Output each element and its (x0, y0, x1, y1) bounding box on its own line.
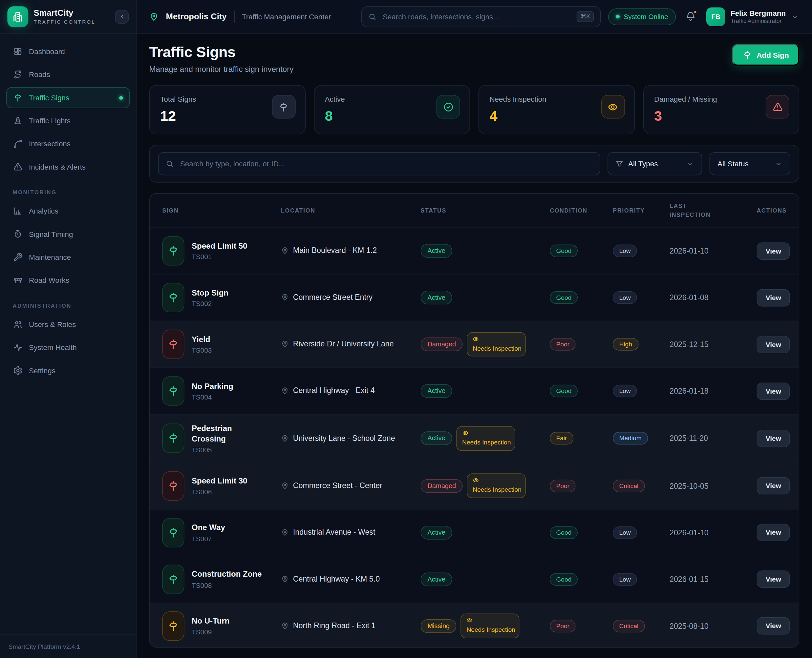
sign-icon-tile (162, 424, 184, 453)
priority-cell: Low (613, 385, 669, 397)
needs-inspection-badge: Needs Inspection (456, 426, 515, 451)
sidebar-item[interactable]: Road Works (6, 269, 130, 291)
nav-item-icon (13, 139, 23, 149)
priority-badge: Low (613, 245, 637, 257)
sidebar-item[interactable]: Intersections (6, 133, 130, 154)
view-button[interactable]: View (757, 430, 790, 447)
sign-text: Yield TS003 (192, 334, 212, 354)
priority-cell: Medium (613, 432, 669, 445)
sidebar-item[interactable]: Dashboard (6, 41, 130, 62)
active-dot (119, 96, 123, 99)
status-filter-select[interactable]: All Status (710, 152, 790, 175)
sign-id: TS007 (192, 535, 225, 542)
column-header-priority: Priority (613, 207, 669, 213)
stat-card: Damaged / Missing 3 (643, 85, 799, 134)
sidebar-item[interactable]: Analytics (6, 201, 130, 221)
view-button[interactable]: View (757, 382, 790, 400)
condition-cell: Good (550, 573, 613, 585)
nav-item-icon (13, 93, 23, 102)
sign-name: One Way (192, 523, 225, 533)
priority-badge: Low (613, 291, 637, 304)
eye-icon (462, 430, 468, 436)
sign-cell: Speed Limit 30 TS006 (162, 471, 281, 501)
priority-badge: Critical (613, 620, 645, 632)
chevron-down-icon (791, 13, 799, 21)
view-button[interactable]: View (757, 335, 790, 353)
type-filter-select[interactable]: All Types (608, 152, 702, 175)
view-button[interactable]: View (757, 524, 790, 541)
view-button[interactable]: View (757, 570, 790, 588)
column-header-sign: Sign (162, 207, 281, 213)
sidebar-item[interactable]: Users & Roles (6, 314, 130, 335)
user-menu[interactable]: FB Felix Bergmann Traffic Administrator (706, 7, 799, 26)
sidebar-item-label: Intersections (29, 140, 71, 148)
sign-id: TS001 (192, 253, 247, 261)
sidebar-item[interactable]: Settings (6, 360, 130, 381)
stat-icon (608, 102, 618, 112)
brand-subtitle: TRAFFIC CONTROL (33, 19, 95, 25)
location-text: Commerce Street Entry (293, 292, 372, 303)
table-search-input[interactable] (179, 159, 593, 169)
condition-badge: Poor (550, 479, 576, 492)
nav-item-icon (13, 252, 23, 262)
priority-badge: Medium (613, 432, 648, 445)
center-name: Traffic Management Center (242, 13, 331, 21)
sign-icon-tile (162, 564, 184, 594)
needs-inspection-badge: Needs Inspection (467, 474, 526, 498)
global-search-input[interactable] (382, 12, 572, 21)
sidebar-item-label: Road Works (29, 276, 69, 285)
status-badge: Active (421, 244, 452, 258)
add-sign-button[interactable]: Add Sign (732, 44, 799, 66)
nav-item-icon (13, 206, 23, 216)
view-button[interactable]: View (757, 289, 790, 306)
sidebar-item-label: Analytics (29, 207, 58, 215)
sign-text: Pedestrian Crossing TS005 (192, 423, 264, 454)
nav-item-icon (13, 229, 23, 239)
sign-id: TS009 (192, 628, 230, 636)
sidebar-item[interactable]: Maintenance (6, 247, 130, 268)
sign-text: Speed Limit 50 TS001 (192, 241, 247, 261)
sidebar-collapse-button[interactable] (115, 10, 129, 24)
sidebar-item[interactable]: Signal Timing (6, 224, 130, 245)
location-text: North Ring Road - Exit 1 (293, 620, 375, 631)
stat-card: Total Signs 12 (149, 85, 305, 134)
sign-cell: Construction Zone TS008 (162, 564, 281, 594)
sidebar-item[interactable]: System Health (6, 337, 130, 358)
sidebar-item[interactable]: Incidents & Alerts (6, 157, 130, 177)
page-title: Traffic Signs (149, 44, 294, 61)
location-cell: Industrial Avenue - West (281, 527, 421, 538)
location-text: University Lane - School Zone (293, 433, 395, 444)
signpost-icon (167, 480, 179, 491)
sidebar-item-label: Roads (29, 70, 50, 79)
sidebar-item[interactable]: Traffic Lights (6, 110, 130, 131)
stat-icon (772, 102, 783, 112)
table-search[interactable] (158, 152, 601, 175)
sign-cell: Yield TS003 (162, 330, 281, 359)
notifications-button[interactable] (685, 11, 697, 22)
eye-icon (473, 477, 479, 484)
system-status-label: System Online (624, 13, 668, 20)
map-pin-icon (281, 482, 289, 490)
location-cell: North Ring Road - Exit 1 (281, 620, 421, 631)
map-pin-icon (149, 12, 159, 21)
last-inspection-date: 2026-01-18 (669, 387, 757, 395)
sign-name: Speed Limit 30 (192, 476, 247, 486)
view-button[interactable]: View (757, 477, 790, 494)
table-row: No U-Turn TS009 North Ring Road - Exit 1… (150, 602, 799, 647)
map-pin-icon (281, 340, 289, 348)
view-button[interactable]: View (757, 617, 790, 635)
condition-cell: Good (550, 291, 613, 304)
global-search[interactable]: ⌘K (361, 6, 601, 27)
sidebar-item[interactable]: Roads (6, 64, 130, 85)
sign-name: Yield (192, 334, 212, 345)
sign-name: No U-Turn (192, 616, 230, 626)
sign-text: One Way TS007 (192, 523, 225, 542)
search-icon (165, 160, 174, 168)
sidebar-item[interactable]: Traffic Signs (6, 87, 130, 108)
sign-icon-tile (162, 330, 184, 359)
priority-badge: Low (613, 573, 637, 585)
sidebar: SmartCity TRAFFIC CONTROL Dashboard (0, 0, 137, 658)
view-button[interactable]: View (757, 242, 790, 260)
filter-bar: All Types All Status (149, 145, 799, 183)
sidebar-item-label: Signal Timing (29, 230, 73, 238)
